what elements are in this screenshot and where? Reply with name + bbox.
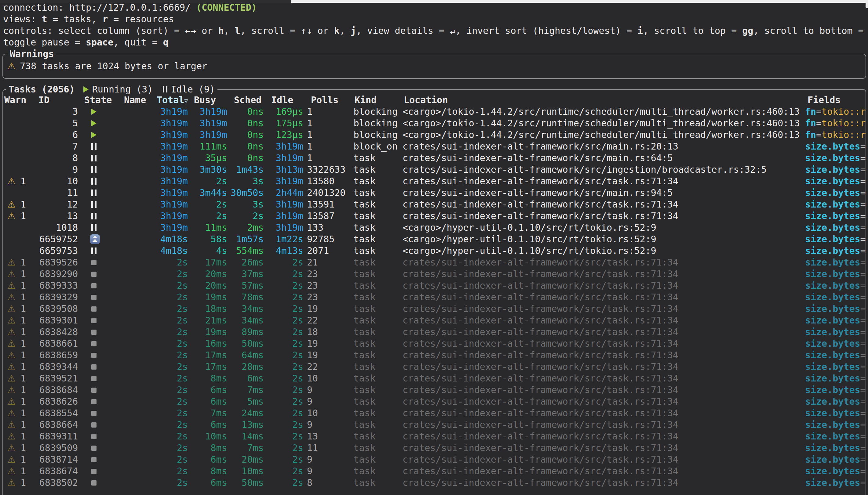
table-row[interactable]: 6 3h19m 3h19m 0ns 123µs 1 blocking <carg…: [3, 129, 866, 141]
column-header-total-sorted[interactable]: Total▿: [153, 94, 188, 106]
warning-icon: ⚠: [7, 361, 16, 372]
table-row[interactable]: ⚠1 6838684 2s 6ms 7ms 2s 9 task crates/s…: [3, 384, 866, 396]
table-row[interactable]: ⚠1 6839344 2s 17ms 28ms 2s 22 task crate…: [3, 361, 866, 373]
completed-icon: [91, 376, 97, 381]
table-row[interactable]: ⚠1 6839311 2s 10ms 14ms 2s 13 task crate…: [3, 431, 866, 442]
column-header-polls[interactable]: Polls: [304, 94, 355, 106]
table-row[interactable]: ⚠1 10 3h19m 2s 3s 3h19m 13580 task crate…: [3, 175, 866, 187]
table-row[interactable]: ⚠1 6839509 2s 8ms 7ms 2s 11 task crates/…: [3, 442, 866, 454]
cell-state: [78, 303, 122, 314]
table-row[interactable]: 9 3h19m 3m30s 1m43s 3h13m 3322633 task c…: [3, 164, 866, 175]
completed-icon: [91, 469, 97, 474]
warning-icon: ⚠: [7, 176, 16, 186]
table-row[interactable]: 1018 3h19m 11ms 2ms 3h19m 133 task <carg…: [3, 222, 866, 234]
cell-fields: size.bytes=: [805, 152, 866, 164]
column-header-fields[interactable]: Fields: [807, 94, 866, 106]
cell-state: [78, 152, 122, 164]
cell-idle: 2s: [264, 280, 303, 291]
table-row[interactable]: ⚠1 6839333 2s 20ms 57ms 2s 23 task crate…: [3, 280, 866, 291]
table-row[interactable]: 6659752 4m18s 58s 1m57s 1m22s 92785 task…: [3, 234, 866, 245]
cell-fields: size.bytes=: [805, 442, 866, 454]
text-segment: l: [235, 25, 240, 36]
cell-kind: task: [353, 280, 403, 291]
cell-idle: 2s: [264, 349, 303, 361]
column-header-name[interactable]: Name: [123, 94, 153, 106]
cell-name: [122, 303, 152, 314]
cell-idle: 2s: [264, 257, 303, 268]
field-equals: =: [861, 454, 866, 465]
cell-busy: 6ms: [188, 454, 227, 465]
field-equals: =: [861, 408, 866, 419]
column-header-kind[interactable]: Kind: [355, 94, 404, 106]
cell-fields: fn=tokio::r: [805, 106, 866, 118]
cell-location: crates/sui-indexer-alt-framework/src/tas…: [403, 257, 805, 268]
cell-id: 6838502: [38, 477, 78, 489]
cell-warn: ⚠1: [3, 314, 38, 326]
table-row[interactable]: 6659753 4m18s 4s 554ms 4m13s 2071 task <…: [3, 245, 866, 257]
table-row[interactable]: ⚠1 6839290 2s 20ms 37ms 2s 23 task crate…: [3, 268, 866, 280]
column-header-state[interactable]: State: [78, 94, 123, 106]
table-row[interactable]: ⚠1 6839329 2s 19ms 78ms 2s 23 task crate…: [3, 291, 866, 303]
table-row[interactable]: 11 3h19m 3m44s 30m50s 2h44m 2401320 task…: [3, 187, 866, 199]
warn-wrap: ⚠1: [3, 315, 26, 326]
table-row[interactable]: ⚠1 6838664 2s 6ms 13ms 2s 9 task crates/…: [3, 419, 866, 431]
table-row[interactable]: 8 3h19m 35µs 0ns 3h19m 1 task crates/sui…: [3, 152, 866, 164]
cell-state: [78, 465, 122, 477]
table-row[interactable]: ⚠1 6838428 2s 19ms 89ms 2s 18 task crate…: [3, 326, 866, 338]
table-row[interactable]: ⚠1 6839508 2s 18ms 34ms 2s 19 task crate…: [3, 303, 866, 314]
table-row[interactable]: 3 3h19m 3h19m 0ns 169µs 1 blocking <carg…: [3, 106, 866, 118]
warn-count: 1: [20, 315, 26, 326]
cell-state: [78, 257, 122, 268]
cell-fields: size.bytes=: [805, 257, 866, 268]
table-row[interactable]: 7 3h19m 111ms 0ns 3h19m 1 block_on crate…: [3, 141, 866, 152]
column-header-busy[interactable]: Busy: [188, 94, 228, 106]
table-row[interactable]: ⚠1 6838659 2s 17ms 64ms 2s 19 task crate…: [3, 349, 866, 361]
table-row[interactable]: ⚠1 6838714 2s 6ms 20ms 2s 9 task crates/…: [3, 454, 866, 465]
table-row[interactable]: 5 3h19m 3h19m 0ns 175µs 1 blocking <carg…: [3, 118, 866, 129]
cell-warn: ⚠1: [3, 291, 38, 303]
text-segment: , view details = ↵, invert sort (highest…: [356, 25, 637, 36]
views-line: views: t = tasks, r = resources: [3, 13, 868, 25]
cell-location: crates/sui-indexer-alt-framework/src/tas…: [403, 303, 805, 314]
table-row[interactable]: ⚠1 6839526 2s 17ms 26ms 2s 21 task crate…: [3, 257, 866, 268]
field-name: size.bytes: [805, 257, 861, 268]
cell-fields: size.bytes=: [805, 314, 866, 326]
table-row[interactable]: ⚠1 6839521 2s 8ms 6ms 2s 10 task crates/…: [3, 373, 866, 384]
table-row[interactable]: ⚠1 6838554 2s 7ms 24ms 2s 10 task crates…: [3, 407, 866, 419]
cell-busy: 10ms: [188, 431, 227, 442]
cell-polls: 2071: [303, 245, 354, 257]
idle-icon: [91, 155, 97, 161]
cell-name: [122, 118, 152, 129]
cell-sched: 1m43s: [227, 164, 264, 175]
cell-location: crates/sui-indexer-alt-framework/src/tas…: [403, 361, 805, 373]
text-segment: gg: [742, 25, 753, 36]
idle-icon: [91, 201, 97, 208]
cell-busy: 6ms: [188, 419, 227, 431]
table-row[interactable]: ⚠1 6838661 2s 16ms 50ms 2s 19 task crate…: [3, 338, 866, 349]
cell-location: crates/sui-indexer-alt-framework/src/tas…: [403, 280, 805, 291]
text-segment: controls: select column (sort) = ←→ or: [3, 25, 218, 36]
text-segment: = tasks,: [47, 14, 103, 24]
cell-id: 6839329: [38, 291, 78, 303]
table-row[interactable]: ⚠1 6838502 2s 6ms 50ms 2s 8 task crates/…: [3, 477, 866, 489]
table-row[interactable]: ⚠1 6838674 2s 8ms 10ms 2s 9 task crates/…: [3, 465, 866, 477]
field-value: tokio::r: [822, 130, 866, 140]
cell-id: 6839333: [38, 280, 78, 291]
column-header-location[interactable]: Location: [404, 94, 807, 106]
cell-name: [122, 164, 152, 175]
table-row[interactable]: ⚠1 13 3h19m 2s 2s 3h19m 13587 task crate…: [3, 210, 866, 222]
column-header-idle[interactable]: Idle: [265, 94, 304, 106]
cell-state: [78, 187, 122, 199]
table-row[interactable]: ⚠1 6839301 2s 21ms 34ms 2s 22 task crate…: [3, 314, 866, 326]
column-header-warn[interactable]: Warn: [3, 94, 38, 106]
column-header-sched[interactable]: Sched: [228, 94, 265, 106]
cell-polls: 13580: [303, 175, 354, 187]
cell-id: 6838554: [38, 407, 78, 419]
warn-count: 1: [20, 373, 26, 383]
table-row[interactable]: ⚠1 6838626 2s 6ms 5ms 2s 9 task crates/s…: [3, 396, 866, 407]
column-header-id[interactable]: ID: [38, 94, 78, 106]
table-row[interactable]: ⚠1 12 3h19m 2s 3s 3h19m 13591 task crate…: [3, 199, 866, 210]
cell-busy: 20ms: [188, 280, 227, 291]
cell-id: 12: [38, 199, 78, 210]
cell-warn: [3, 106, 38, 118]
